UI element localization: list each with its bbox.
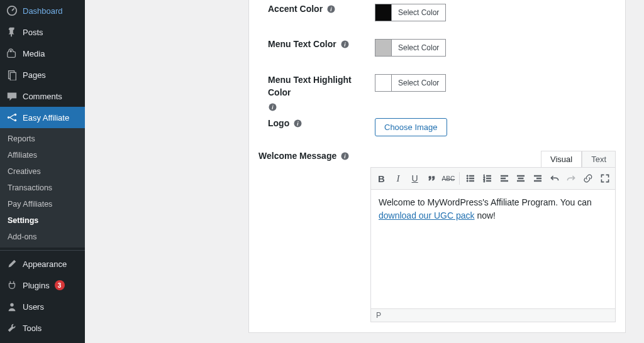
brush-icon xyxy=(6,258,18,270)
svg-rect-41 xyxy=(536,178,541,179)
bold-button[interactable]: B xyxy=(374,170,389,187)
strikethrough-button[interactable]: ABC xyxy=(441,170,457,187)
welcome-message-label: Welcome Message i xyxy=(258,151,370,161)
svg-rect-40 xyxy=(534,175,541,177)
numbered-list-button[interactable]: 123 xyxy=(480,170,496,187)
tab-text[interactable]: Text xyxy=(582,151,616,167)
sidebar-sub-pay-affiliates[interactable]: Pay Affiliates xyxy=(0,196,85,212)
accent-color-swatch xyxy=(375,4,392,21)
blockquote-button[interactable] xyxy=(424,170,440,187)
sidebar-item-tools[interactable]: Tools xyxy=(0,317,85,339)
svg-point-1 xyxy=(9,50,12,53)
sidebar-item-plugins[interactable]: Plugins 3 xyxy=(0,275,85,296)
svg-text:3: 3 xyxy=(484,180,486,183)
dashboard-icon xyxy=(6,5,18,16)
media-icon xyxy=(6,48,18,59)
svg-rect-42 xyxy=(534,180,541,182)
plugins-update-badge: 3 xyxy=(55,280,65,290)
label-text: Welcome Message xyxy=(258,151,336,161)
align-left-button[interactable] xyxy=(496,170,512,187)
menu-text-color-picker[interactable]: Select Color xyxy=(375,39,446,57)
align-center-button[interactable] xyxy=(513,170,529,187)
editor-toolbar: B I U ABC 123 xyxy=(370,167,616,190)
settings-panel: Accent Color i Select Color Menu Text Co… xyxy=(248,0,626,333)
affiliate-icon xyxy=(6,112,18,123)
info-icon[interactable]: i xyxy=(293,119,303,128)
svg-rect-35 xyxy=(501,178,505,179)
sidebar-item-label: Posts xyxy=(23,28,43,37)
label-text: Accent Color xyxy=(268,4,323,14)
tab-visual[interactable]: Visual xyxy=(541,151,582,167)
menu-text-highlight-color-picker[interactable]: Select Color xyxy=(375,74,446,92)
svg-rect-34 xyxy=(501,175,508,177)
sidebar-item-users[interactable]: Users xyxy=(0,296,85,317)
svg-rect-25 xyxy=(470,178,474,179)
sidebar-sub-affiliates[interactable]: Affiliates xyxy=(0,147,85,163)
info-icon[interactable]: i xyxy=(340,40,350,49)
italic-button[interactable]: I xyxy=(391,170,406,187)
select-color-button[interactable]: Select Color xyxy=(392,75,445,91)
svg-point-7 xyxy=(10,303,13,307)
toolbar-separator xyxy=(459,172,460,185)
menu-text-color-swatch xyxy=(375,40,392,56)
redo-button[interactable] xyxy=(564,170,579,187)
sidebar-sub-settings[interactable]: Settings xyxy=(0,212,85,229)
undo-button[interactable] xyxy=(547,170,562,187)
admin-sidebar: Dashboard Posts Media Pages Comments Eas… xyxy=(0,0,85,343)
logo-label: Logo i xyxy=(268,118,375,128)
accent-color-label: Accent Color i xyxy=(268,4,375,14)
info-icon[interactable]: i xyxy=(268,102,277,112)
sidebar-item-label: Plugins xyxy=(23,281,50,290)
editor-tabs: Visual Text xyxy=(370,151,616,167)
editor-status-bar: P xyxy=(370,309,616,322)
svg-point-5 xyxy=(14,114,17,116)
svg-rect-31 xyxy=(487,178,491,179)
fullscreen-button[interactable] xyxy=(597,170,613,187)
menu-text-highlight-color-label: Menu Text Highlight Color i xyxy=(268,74,375,112)
sidebar-item-pages[interactable]: Pages xyxy=(0,64,85,85)
sidebar-item-posts[interactable]: Posts xyxy=(0,21,85,43)
sidebar-item-easy-affiliate[interactable]: Easy Affiliate xyxy=(0,107,85,128)
wrench-icon xyxy=(6,322,18,334)
label-text: Menu Text Color xyxy=(268,39,336,49)
svg-rect-36 xyxy=(501,180,508,182)
pin-icon xyxy=(6,26,18,38)
sidebar-item-dashboard[interactable]: Dashboard xyxy=(0,0,85,21)
sidebar-item-media[interactable]: Media xyxy=(0,43,85,64)
select-color-button[interactable]: Select Color xyxy=(392,4,445,21)
sidebar-sub-addons[interactable]: Add-ons xyxy=(0,229,85,245)
link-button[interactable] xyxy=(580,170,596,187)
editor-link[interactable]: download our UGC pack xyxy=(379,210,475,220)
align-right-button[interactable] xyxy=(530,170,546,187)
sidebar-item-comments[interactable]: Comments xyxy=(0,85,85,107)
select-color-button[interactable]: Select Color xyxy=(392,40,445,56)
editor-content[interactable]: Welcome to MyWordPress's Affiliate Progr… xyxy=(370,190,616,309)
underline-button[interactable]: U xyxy=(407,170,423,187)
sidebar-sub-transactions[interactable]: Transactions xyxy=(0,180,85,196)
svg-rect-3 xyxy=(10,72,16,80)
accent-color-picker[interactable]: Select Color xyxy=(375,4,446,21)
sidebar-item-appearance[interactable]: Appearance xyxy=(0,253,85,275)
info-icon[interactable]: i xyxy=(326,4,336,14)
sidebar-item-settings[interactable]: Settings xyxy=(0,339,85,343)
sidebar-item-label: Dashboard xyxy=(23,6,63,16)
sidebar-item-label: Comments xyxy=(23,92,62,101)
sidebar-item-label: Media xyxy=(23,49,45,58)
comment-icon xyxy=(6,90,18,102)
label-text: Menu Text Highlight Color xyxy=(268,74,362,99)
svg-rect-23 xyxy=(470,175,474,177)
sidebar-item-label: Easy Affiliate xyxy=(23,113,69,122)
sidebar-sub-creatives[interactable]: Creatives xyxy=(0,163,85,180)
editor-text: Welcome to MyWordPress's Affiliate Progr… xyxy=(379,197,592,207)
sidebar-sub-reports[interactable]: Reports xyxy=(0,131,85,147)
bullet-list-button[interactable] xyxy=(463,170,479,187)
sidebar-item-label: Appearance xyxy=(23,259,67,269)
info-icon[interactable]: i xyxy=(340,151,350,161)
svg-point-4 xyxy=(8,116,10,119)
choose-image-button[interactable]: Choose Image xyxy=(375,118,447,136)
svg-rect-27 xyxy=(470,180,474,182)
svg-rect-33 xyxy=(487,180,491,182)
svg-rect-38 xyxy=(518,178,523,179)
svg-rect-29 xyxy=(487,175,491,177)
svg-point-26 xyxy=(467,180,468,182)
